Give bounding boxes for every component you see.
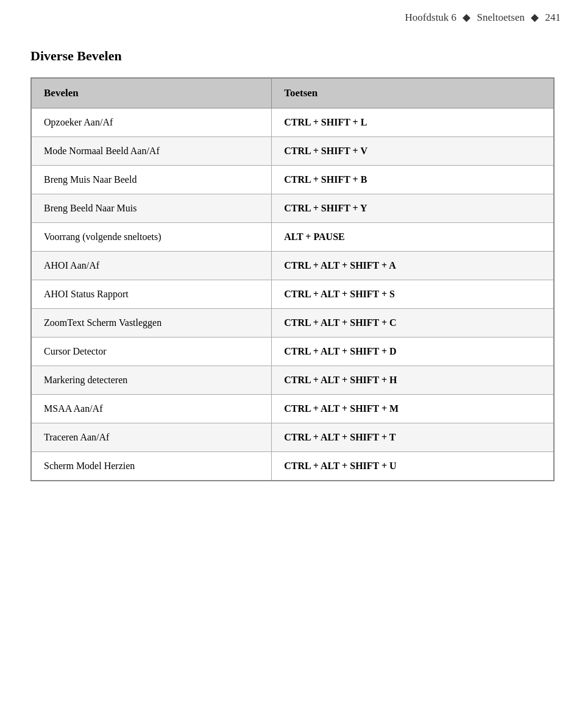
shortcut-text: CTRL + ALT + SHIFT + C — [284, 317, 396, 328]
shortcut-cell: CTRL + ALT + SHIFT + S — [272, 280, 554, 309]
shortcut-cell: CTRL + ALT + SHIFT + M — [272, 395, 554, 423]
col-header-bevelen: Bevelen — [31, 78, 272, 108]
shortcut-text: CTRL + SHIFT + Y — [284, 203, 367, 213]
shortcut-text: ALT + PAUSE — [284, 231, 345, 242]
table-row: Breng Muis Naar BeeldCTRL + SHIFT + B — [31, 166, 554, 194]
command-cell: Traceren Aan/Af — [31, 423, 272, 452]
col-header-toetsen: Toetsen — [272, 78, 554, 108]
shortcut-cell: CTRL + ALT + SHIFT + D — [272, 337, 554, 366]
shortcut-cell: CTRL + ALT + SHIFT + A — [272, 252, 554, 280]
shortcut-cell: CTRL + SHIFT + V — [272, 137, 554, 166]
shortcut-text: CTRL + SHIFT + L — [284, 117, 367, 127]
command-cell: Scherm Model Herzien — [31, 452, 272, 481]
table-row: Breng Beeld Naar MuisCTRL + SHIFT + Y — [31, 194, 554, 223]
shortcut-text: CTRL + SHIFT + V — [284, 146, 367, 156]
command-cell: Opzoeker Aan/Af — [31, 108, 272, 137]
table-header-row: Bevelen Toetsen — [31, 78, 554, 108]
shortcut-text: CTRL + ALT + SHIFT + U — [284, 461, 396, 471]
shortcut-cell: CTRL + ALT + SHIFT + T — [272, 423, 554, 452]
shortcut-text: CTRL + ALT + SHIFT + T — [284, 432, 395, 442]
command-cell: MSAA Aan/Af — [31, 395, 272, 423]
table-row: MSAA Aan/AfCTRL + ALT + SHIFT + M — [31, 395, 554, 423]
table-row: Opzoeker Aan/AfCTRL + SHIFT + L — [31, 108, 554, 137]
table-row: AHOI Status RapportCTRL + ALT + SHIFT + … — [31, 280, 554, 309]
shortcut-cell: ALT + PAUSE — [272, 223, 554, 252]
table-row: Voorrang (volgende sneltoets)ALT + PAUSE — [31, 223, 554, 252]
header-bullet2: ◆ — [531, 12, 541, 23]
shortcut-text: CTRL + ALT + SHIFT + D — [284, 346, 396, 356]
shortcut-text: CTRL + ALT + SHIFT + H — [284, 375, 397, 385]
shortcuts-table: Bevelen Toetsen Opzoeker Aan/AfCTRL + SH… — [30, 77, 555, 481]
shortcut-cell: CTRL + SHIFT + L — [272, 108, 554, 137]
table-row: Cursor DetectorCTRL + ALT + SHIFT + D — [31, 337, 554, 366]
shortcut-cell: CTRL + ALT + SHIFT + C — [272, 309, 554, 337]
table-row: AHOI Aan/AfCTRL + ALT + SHIFT + A — [31, 252, 554, 280]
shortcut-text: CTRL + ALT + SHIFT + A — [284, 260, 396, 270]
table-row: Traceren Aan/AfCTRL + ALT + SHIFT + T — [31, 423, 554, 452]
command-cell: Voorrang (volgende sneltoets) — [31, 223, 272, 252]
command-cell: Breng Beeld Naar Muis — [31, 194, 272, 223]
section-title: Diverse Bevelen — [30, 48, 555, 64]
command-cell: AHOI Aan/Af — [31, 252, 272, 280]
page-number: 241 — [545, 12, 561, 23]
table-row: Scherm Model HerzienCTRL + ALT + SHIFT +… — [31, 452, 554, 481]
shortcut-cell: CTRL + SHIFT + B — [272, 166, 554, 194]
command-cell: AHOI Status Rapport — [31, 280, 272, 309]
shortcut-cell: CTRL + ALT + SHIFT + U — [272, 452, 554, 481]
table-row: ZoomText Scherm VastleggenCTRL + ALT + S… — [31, 309, 554, 337]
page-content: Diverse Bevelen Bevelen Toetsen Opzoeker… — [0, 30, 585, 506]
page-header: Hoofdstuk 6 ◆ Sneltoetsen ◆ 241 — [0, 0, 585, 30]
section-label: Sneltoetsen — [477, 12, 525, 23]
header-text: Hoofdstuk 6 ◆ Sneltoetsen ◆ 241 — [405, 11, 561, 24]
command-cell: Breng Muis Naar Beeld — [31, 166, 272, 194]
shortcut-text: CTRL + ALT + SHIFT + S — [284, 289, 395, 299]
table-row: Mode Normaal Beeld Aan/AfCTRL + SHIFT + … — [31, 137, 554, 166]
table-row: Markering detecterenCTRL + ALT + SHIFT +… — [31, 366, 554, 395]
chapter-label: Hoofdstuk 6 — [405, 12, 457, 23]
shortcut-cell: CTRL + ALT + SHIFT + H — [272, 366, 554, 395]
shortcut-text: CTRL + SHIFT + B — [284, 174, 367, 185]
command-cell: ZoomText Scherm Vastleggen — [31, 309, 272, 337]
shortcut-cell: CTRL + SHIFT + Y — [272, 194, 554, 223]
header-bullet: ◆ — [463, 12, 470, 23]
command-cell: Markering detecteren — [31, 366, 272, 395]
command-cell: Mode Normaal Beeld Aan/Af — [31, 137, 272, 166]
shortcut-text: CTRL + ALT + SHIFT + M — [284, 403, 399, 414]
command-cell: Cursor Detector — [31, 337, 272, 366]
